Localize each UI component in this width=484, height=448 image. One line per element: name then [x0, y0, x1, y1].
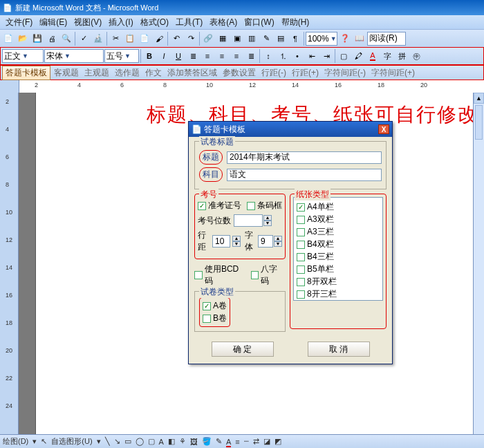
align-center-icon[interactable]: ≡	[215, 49, 229, 63]
b-checkbox[interactable]	[203, 315, 211, 323]
paper-checkbox[interactable]	[297, 278, 305, 286]
linesp-minus-button[interactable]: 行距(-)	[259, 66, 288, 80]
title-input[interactable]	[227, 151, 382, 164]
hyperlink-icon[interactable]: 🔗	[201, 32, 215, 46]
clipart-icon[interactable]: ⚘	[179, 437, 186, 446]
linestyle-icon[interactable]: ≡	[235, 438, 239, 446]
digits-spinner[interactable]: ▲▼	[263, 215, 272, 226]
menu-tools[interactable]: 工具(T)	[173, 17, 205, 28]
linecolor-icon[interactable]: ✎	[216, 437, 222, 446]
border-icon[interactable]: ▢	[337, 49, 351, 63]
preview-icon[interactable]: 🔍	[59, 32, 73, 46]
autoshapes-menu[interactable]: 自选图形(U)	[51, 436, 92, 447]
a-checkbox[interactable]: ✓	[203, 302, 211, 310]
undo-icon[interactable]: ↶	[169, 32, 183, 46]
3d-icon[interactable]: ◩	[274, 437, 281, 446]
highlight-icon[interactable]: 🖍	[351, 49, 365, 63]
linespacing-icon[interactable]: ↕	[261, 49, 275, 63]
charsp-minus-button[interactable]: 字符间距(-)	[322, 66, 368, 80]
zoom-combo[interactable]: 100%▼	[306, 32, 337, 46]
font-input[interactable]	[258, 235, 273, 248]
menu-view[interactable]: 视图(V)	[71, 17, 104, 28]
cut-icon[interactable]: ✂	[109, 32, 122, 46]
bold-icon[interactable]: B	[142, 49, 156, 63]
align-left-icon[interactable]: ≡	[201, 49, 214, 63]
paper-option[interactable]: B4三栏	[297, 251, 380, 263]
paper-checkbox[interactable]	[297, 290, 305, 299]
para-icon[interactable]: ¶	[288, 32, 302, 46]
enclose-icon[interactable]: ㊥	[409, 49, 423, 63]
research-icon[interactable]: 🔬	[91, 32, 105, 46]
menu-insert[interactable]: 插入(I)	[106, 17, 136, 28]
fontcolor-icon[interactable]: A	[366, 49, 380, 63]
font-spinner[interactable]: ▲▼	[274, 236, 282, 247]
close-icon[interactable]: X	[378, 124, 389, 134]
vertical-scrollbar[interactable]: ▲	[473, 93, 484, 434]
digits-input[interactable]	[234, 214, 263, 227]
linesp-plus-button[interactable]: 行距(+)	[290, 66, 321, 80]
template-button[interactable]: 答题卡模板	[2, 66, 50, 80]
numlist-icon[interactable]: ⒈	[276, 49, 290, 63]
linesp-spinner[interactable]: ▲▼	[232, 236, 241, 247]
menu-file[interactable]: 文件(F)	[3, 17, 35, 28]
table-icon[interactable]: ▦	[216, 32, 230, 46]
italic-icon[interactable]: I	[157, 49, 171, 63]
redo-icon[interactable]: ↷	[184, 32, 198, 46]
copy-icon[interactable]: 📋	[123, 32, 137, 46]
columns-icon[interactable]: ▥	[245, 32, 259, 46]
barcode-checkbox[interactable]	[247, 202, 255, 210]
book-icon[interactable]: 📖	[353, 32, 366, 46]
paper-option[interactable]: B5单栏	[297, 263, 380, 275]
help-icon[interactable]: ❓	[338, 32, 352, 46]
draw-menu[interactable]: 绘图(D)	[3, 436, 28, 447]
diagram-icon[interactable]: ◧	[168, 437, 175, 446]
addforbid-button[interactable]: 添加禁答区域	[165, 66, 219, 80]
bazi-checkbox[interactable]	[251, 271, 259, 279]
params-button[interactable]: 参数设置	[221, 66, 258, 80]
paper-checkbox[interactable]	[297, 228, 305, 236]
paper-checkbox[interactable]: ✓	[297, 203, 305, 212]
paper-option[interactable]: A3三栏	[297, 226, 380, 238]
outdent-icon[interactable]: ⇤	[305, 49, 319, 63]
bcd-checkbox[interactable]	[194, 271, 203, 279]
select-icon[interactable]: ↖	[41, 437, 47, 446]
open-icon[interactable]: 📂	[16, 32, 30, 46]
underline-icon[interactable]: U	[171, 49, 185, 63]
paper-option[interactable]: A3双栏	[297, 214, 380, 225]
read-mode-button[interactable]: 阅读(R)	[367, 32, 406, 46]
paper-checkbox[interactable]	[297, 241, 305, 249]
align-both-icon[interactable]: ≣	[186, 49, 200, 63]
shadow-icon[interactable]: ◪	[263, 437, 270, 446]
textbox-icon[interactable]: ▢	[148, 437, 155, 446]
paper-checkbox[interactable]	[297, 216, 305, 224]
charshade-icon[interactable]: 字	[380, 49, 394, 63]
picture-icon[interactable]: 🖼	[190, 438, 198, 446]
scroll-thumb[interactable]	[475, 105, 483, 140]
dashstyle-icon[interactable]: ┄	[244, 437, 249, 446]
essay-button[interactable]: 作文	[143, 66, 164, 80]
menu-window[interactable]: 窗口(W)	[241, 17, 277, 28]
charsp-plus-button[interactable]: 字符间距(+)	[369, 66, 417, 80]
paper-checkbox[interactable]	[297, 253, 305, 261]
wordart-icon[interactable]: A	[159, 438, 164, 446]
docmap-icon[interactable]: ▤	[274, 32, 288, 46]
align-right-icon[interactable]: ≡	[230, 49, 243, 63]
rect-icon[interactable]: ▭	[124, 437, 131, 446]
subject-input[interactable]	[227, 169, 382, 181]
paper-option[interactable]: 8开三栏	[297, 288, 380, 300]
format-painter-icon[interactable]: 🖌	[152, 32, 166, 46]
objective-button[interactable]: 客观题	[52, 66, 81, 80]
phonetic-icon[interactable]: 拼	[395, 49, 409, 63]
align-dist-icon[interactable]: ≣	[244, 49, 258, 63]
cancel-button[interactable]: 取 消	[308, 342, 370, 357]
linesp-input[interactable]	[212, 235, 230, 248]
fillcolor-icon[interactable]: 🪣	[202, 437, 212, 446]
spell-icon[interactable]: ✓	[77, 32, 91, 46]
size-combo[interactable]: 五号▼	[104, 49, 139, 63]
menu-edit[interactable]: 编辑(E)	[37, 17, 70, 28]
font-combo[interactable]: 宋体▼	[44, 49, 104, 63]
line-icon[interactable]: ╲	[105, 437, 110, 446]
paper-option[interactable]: ✓A4单栏	[297, 201, 380, 213]
menu-help[interactable]: 帮助(H)	[279, 17, 313, 28]
subjective-button[interactable]: 主观题	[82, 66, 111, 80]
